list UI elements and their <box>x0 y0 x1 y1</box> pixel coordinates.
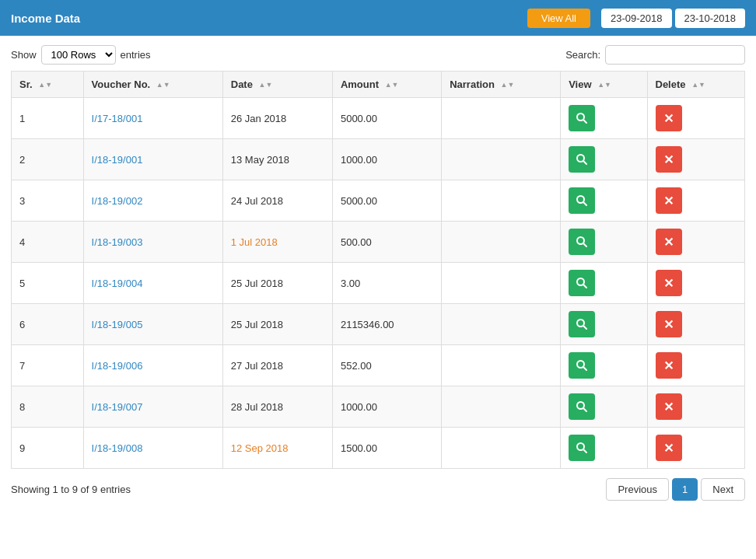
cell-view <box>561 386 647 428</box>
cell-narration <box>442 386 561 428</box>
search-input[interactable] <box>605 45 745 65</box>
view-button-2[interactable] <box>569 146 595 173</box>
next-button[interactable]: Next <box>701 478 745 501</box>
rows-select[interactable]: 10 Rows 25 Rows 50 Rows 100 Rows <box>41 45 116 65</box>
cell-voucher-no: I/18-19/006 <box>83 345 222 386</box>
cell-date: 26 Jan 2018 <box>222 98 332 139</box>
col-view[interactable]: View ▲▼ <box>561 72 647 98</box>
cell-amount: 1500.00 <box>332 428 441 469</box>
cell-sr: 2 <box>12 139 84 180</box>
income-table: Sr. ▲▼ Voucher No. ▲▼ Date ▲▼ Amount ▲▼ … <box>11 71 745 469</box>
svg-line-3 <box>583 161 586 164</box>
cell-voucher-no: I/18-19/002 <box>83 180 222 222</box>
delete-button-7[interactable]: ✕ <box>656 352 682 379</box>
cell-sr: 5 <box>12 263 84 304</box>
cell-sr: 4 <box>12 222 84 263</box>
cell-view <box>561 222 647 263</box>
cell-view <box>561 98 647 139</box>
cell-date: 13 May 2018 <box>222 139 332 180</box>
cell-sr: 8 <box>12 386 84 428</box>
cell-date: 25 Jul 2018 <box>222 304 332 345</box>
table-footer: Showing 1 to 9 of 9 entries Previous 1 N… <box>0 469 756 510</box>
cell-date: 24 Jul 2018 <box>222 180 332 222</box>
view-button-1[interactable] <box>569 105 595 131</box>
table-header-row: Sr. ▲▼ Voucher No. ▲▼ Date ▲▼ Amount ▲▼ … <box>12 72 745 98</box>
cell-narration <box>442 222 561 263</box>
page-1-button[interactable]: 1 <box>672 478 698 501</box>
view-button-6[interactable] <box>569 311 595 337</box>
view-button-3[interactable] <box>569 187 595 214</box>
header: Income Data View All 23-09-2018 23-10-20… <box>0 0 756 36</box>
prev-button[interactable]: Previous <box>606 478 669 501</box>
cell-sr: 1 <box>12 98 84 139</box>
svg-line-11 <box>583 326 586 329</box>
search-icon <box>576 359 588 372</box>
date-from-badge: 23-09-2018 <box>601 9 672 28</box>
sort-icon-sr: ▲▼ <box>38 82 52 89</box>
search-label: Search: <box>565 49 600 61</box>
view-button-8[interactable] <box>569 393 595 420</box>
sort-icon-view: ▲▼ <box>597 82 611 89</box>
cell-delete: ✕ <box>647 304 745 345</box>
search-icon <box>576 194 588 207</box>
col-delete[interactable]: Delete ▲▼ <box>647 72 745 98</box>
delete-button-1[interactable]: ✕ <box>656 105 682 131</box>
search-area: Search: <box>565 45 745 65</box>
x-icon: ✕ <box>663 276 674 291</box>
delete-button-6[interactable]: ✕ <box>656 311 682 337</box>
cell-amount: 5000.00 <box>332 98 441 139</box>
cell-delete: ✕ <box>647 345 745 386</box>
search-icon <box>576 442 588 454</box>
search-icon <box>576 277 588 289</box>
svg-line-15 <box>583 408 586 411</box>
cell-narration <box>442 139 561 180</box>
table-row: 8 I/18-19/007 28 Jul 2018 1000.00 ✕ <box>12 386 745 428</box>
col-voucher-no[interactable]: Voucher No. ▲▼ <box>83 72 222 98</box>
cell-sr: 6 <box>12 304 84 345</box>
view-all-button[interactable]: View All <box>527 9 590 28</box>
svg-line-1 <box>583 120 586 123</box>
delete-button-4[interactable]: ✕ <box>656 229 682 255</box>
col-narration[interactable]: Narration ▲▼ <box>442 72 561 98</box>
table-row: 2 I/18-19/001 13 May 2018 1000.00 ✕ <box>12 139 745 180</box>
view-button-4[interactable] <box>569 229 595 255</box>
cell-date: 1 Jul 2018 <box>222 222 332 263</box>
cell-voucher-no: I/18-19/007 <box>83 386 222 428</box>
cell-sr: 9 <box>12 428 84 469</box>
cell-amount: 1000.00 <box>332 386 441 428</box>
cell-voucher-no: I/18-19/003 <box>83 222 222 263</box>
cell-voucher-no: I/17-18/001 <box>83 98 222 139</box>
cell-sr: 7 <box>12 345 84 386</box>
cell-view <box>561 428 647 469</box>
table-row: 4 I/18-19/003 1 Jul 2018 500.00 ✕ <box>12 222 745 263</box>
cell-delete: ✕ <box>647 386 745 428</box>
col-amount[interactable]: Amount ▲▼ <box>332 72 441 98</box>
svg-line-5 <box>583 202 586 205</box>
cell-voucher-no: I/18-19/001 <box>83 139 222 180</box>
delete-button-9[interactable]: ✕ <box>656 435 682 461</box>
cell-view <box>561 139 647 180</box>
delete-button-5[interactable]: ✕ <box>656 270 682 296</box>
x-icon: ✕ <box>663 235 674 250</box>
cell-delete: ✕ <box>647 180 745 222</box>
cell-date: 28 Jul 2018 <box>222 386 332 428</box>
cell-narration <box>442 263 561 304</box>
col-sr[interactable]: Sr. ▲▼ <box>12 72 84 98</box>
view-button-7[interactable] <box>569 352 595 379</box>
view-button-5[interactable] <box>569 270 595 296</box>
col-date[interactable]: Date ▲▼ <box>222 72 332 98</box>
cell-delete: ✕ <box>647 139 745 180</box>
sort-icon-voucher: ▲▼ <box>156 82 170 89</box>
cell-narration <box>442 345 561 386</box>
svg-line-17 <box>583 449 586 452</box>
delete-button-8[interactable]: ✕ <box>656 393 682 420</box>
table-row: 9 I/18-19/008 12 Sep 2018 1500.00 ✕ <box>12 428 745 469</box>
table-row: 5 I/18-19/004 25 Jul 2018 3.00 ✕ <box>12 263 745 304</box>
view-button-9[interactable] <box>569 435 595 461</box>
search-icon <box>576 112 588 124</box>
pagination: Previous 1 Next <box>606 478 745 501</box>
cell-delete: ✕ <box>647 428 745 469</box>
cell-delete: ✕ <box>647 222 745 263</box>
delete-button-2[interactable]: ✕ <box>656 146 682 173</box>
delete-button-3[interactable]: ✕ <box>656 187 682 214</box>
